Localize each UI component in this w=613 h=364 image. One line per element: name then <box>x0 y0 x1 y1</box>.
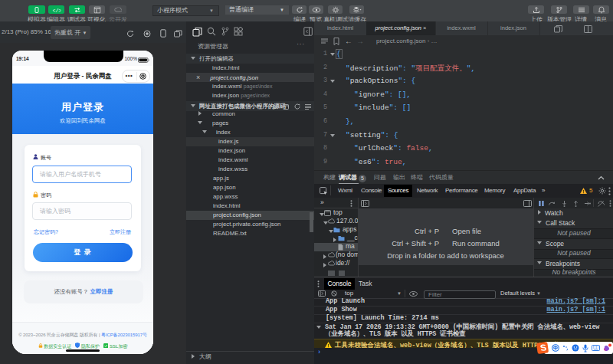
svg-text:</>: </> <box>52 8 61 12</box>
